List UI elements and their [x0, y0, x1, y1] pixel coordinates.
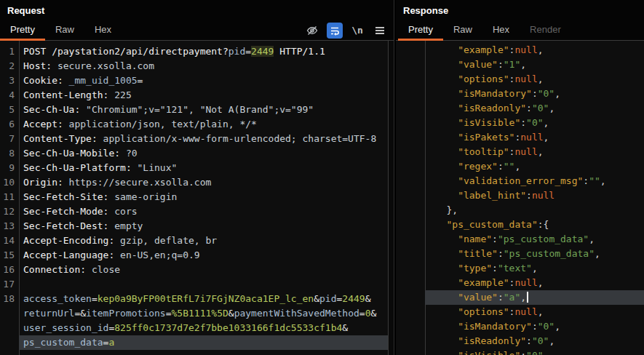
code-line[interactable]: "value":"1", — [396, 57, 644, 72]
code-line[interactable]: "options":null, — [396, 305, 644, 319]
tab-response-pretty[interactable]: Pretty — [398, 20, 443, 40]
code-segment: Sec-Fetch-Site: — [23, 191, 108, 202]
code-line-content: "options":null, — [425, 72, 644, 87]
code-segment: , — [544, 132, 549, 143]
code-segment: "type" — [458, 263, 492, 274]
tab-request-raw[interactable]: Raw — [45, 20, 84, 40]
code-line[interactable]: 9Sec-Ch-Ua-Platform: "Linux" — [0, 161, 394, 175]
code-line[interactable]: "name":"ps_custom_data", — [396, 232, 644, 247]
code-line[interactable]: 4Content-Length: 225 — [0, 88, 394, 103]
code-line[interactable]: "ps_custom_data":{ — [396, 218, 644, 232]
word-wrap-toggle-button[interactable] — [327, 23, 343, 39]
code-segment: = — [166, 308, 172, 319]
eye-off-icon[interactable] — [304, 23, 320, 39]
code-line[interactable]: 3Cookie: _mm_uid_1005= — [0, 73, 394, 88]
response-tabbar: Pretty Raw Hex Render — [396, 20, 644, 41]
code-segment: "ps_custom_data" — [504, 248, 595, 259]
code-line[interactable]: "title":"ps_custom_data", — [396, 247, 644, 261]
code-segment: null — [514, 73, 537, 84]
code-line-content: Sec-Ch-Ua: "Chromium";v="121", "Not A(Br… — [19, 103, 388, 117]
code-segment: "text" — [498, 263, 532, 274]
line-number — [396, 247, 425, 261]
code-line-content: "regex":"", — [425, 159, 644, 174]
code-line[interactable]: ps_custom_data=a — [0, 335, 394, 350]
code-segment: pid — [228, 46, 245, 57]
code-line[interactable]: user_session_id=825ff0c1737d7e2f7bbe1033… — [0, 321, 394, 335]
code-line[interactable]: 8Sec-Ch-Ua-Mobile: ?0 — [0, 146, 394, 161]
code-line-content: Sec-Ch-Ua-Platform: "Linux" — [19, 161, 388, 175]
request-scrollbar-track[interactable] — [388, 41, 394, 355]
code-segment: secure.xsolla.com — [52, 60, 154, 71]
code-segment: null — [520, 132, 543, 143]
code-line[interactable]: 13Sec-Fetch-Dest: empty — [0, 219, 394, 234]
code-segment: "regex" — [458, 161, 498, 172]
code-line-content: POST /paystation2/api/directpayment?pid=… — [19, 44, 388, 59]
code-line[interactable]: "isMandatory":"0", — [396, 319, 644, 334]
code-line-content: Sec-Fetch-Mode: cors — [19, 204, 388, 219]
code-segment: , — [589, 234, 595, 244]
code-line[interactable]: 2Host: secure.xsolla.com — [0, 59, 394, 73]
code-line[interactable]: 17 — [0, 277, 394, 292]
line-number — [396, 116, 425, 130]
code-line[interactable]: "options":null, — [396, 72, 644, 87]
tab-request-pretty[interactable]: Pretty — [0, 20, 45, 40]
code-segment: , — [538, 306, 544, 317]
code-line[interactable]: "isVisible":"0", — [396, 116, 644, 130]
code-line[interactable]: 7Content-Type: application/x-www-form-ur… — [0, 132, 394, 146]
code-segment: null — [514, 306, 537, 317]
menu-icon[interactable] — [372, 23, 388, 39]
code-line[interactable]: 6Accept: application/json, text/plain, *… — [0, 117, 394, 132]
code-line[interactable]: 12Sec-Fetch-Mode: cors — [0, 204, 394, 219]
code-line[interactable]: "isMandatory":"0", — [396, 87, 644, 101]
line-number — [396, 174, 425, 188]
code-line[interactable]: 5Sec-Ch-Ua: "Chromium";v="121", "Not A(B… — [0, 103, 394, 117]
code-line[interactable]: "validation_error_msg":"", — [396, 174, 644, 188]
code-segment: Sec-Fetch-Dest: — [23, 220, 108, 231]
code-line[interactable]: 16Connection: close — [0, 263, 394, 277]
code-line-content: "value":"a", — [425, 290, 644, 305]
code-line[interactable]: "example":null, — [396, 43, 644, 57]
code-segment: & — [228, 308, 234, 319]
line-number: 10 — [0, 175, 19, 190]
code-line[interactable]: "example":null, — [396, 276, 644, 290]
code-line[interactable]: }, — [396, 203, 644, 218]
code-line-content: "tooltip":null, — [425, 145, 644, 159]
code-line[interactable]: "isReadonly":"0", — [396, 101, 644, 116]
newline-toggle-button[interactable]: \n — [349, 23, 365, 39]
code-line[interactable]: "isReadonly":"0", — [396, 334, 644, 348]
code-line[interactable]: "tooltip":null, — [396, 145, 644, 159]
code-segment: , — [544, 350, 549, 355]
code-line[interactable]: "isPakets":null, — [396, 130, 644, 145]
code-segment: = — [92, 293, 98, 304]
code-segment: a — [108, 337, 114, 348]
line-number — [396, 305, 425, 319]
tab-response-hex[interactable]: Hex — [482, 20, 520, 40]
code-line[interactable]: returnUrl=&itemPromotions=%5B1111%5D&pay… — [0, 306, 394, 321]
code-segment: :{ — [538, 219, 549, 230]
code-segment: "example" — [458, 44, 509, 55]
code-line[interactable]: "isVisible":"0", — [396, 348, 644, 355]
code-segment: null — [514, 277, 537, 288]
code-line[interactable]: "label_hint":null — [396, 188, 644, 203]
code-line[interactable]: "value":"a", — [396, 290, 644, 305]
code-line[interactable]: 15Accept-Language: en-US,en;q=0.9 — [0, 248, 394, 263]
code-line[interactable]: "type":"text", — [396, 261, 644, 276]
response-editor[interactable]: "type":"text", "example":null, "value":"… — [396, 41, 644, 355]
code-segment: "ps_custom_data" — [446, 219, 537, 230]
code-line[interactable]: 11Sec-Fetch-Site: same-origin — [0, 190, 394, 204]
request-editor[interactable]: 1POST /paystation2/api/directpayment?pid… — [0, 41, 394, 355]
tab-response-raw[interactable]: Raw — [443, 20, 482, 40]
code-line-content: "type":"text", — [425, 261, 644, 276]
code-line[interactable]: 18access_token=kep0a9ByFP00tERfL7i7FGjNZ… — [0, 292, 394, 306]
code-segment: "validation_error_msg" — [458, 175, 583, 186]
tab-request-hex[interactable]: Hex — [84, 20, 122, 40]
code-line[interactable]: 14Accept-Encoding: gzip, deflate, br — [0, 234, 394, 248]
code-line[interactable]: 1POST /paystation2/api/directpayment?pid… — [0, 44, 394, 59]
code-line[interactable]: "regex":"", — [396, 159, 644, 174]
code-line[interactable]: 10Origin: https://secure.xsolla.com — [0, 175, 394, 190]
code-segment: "" — [589, 175, 600, 186]
line-number — [396, 87, 425, 101]
code-segment: %5B1111%5D — [172, 308, 228, 319]
code-segment — [429, 263, 458, 274]
code-segment: "name" — [458, 234, 492, 244]
